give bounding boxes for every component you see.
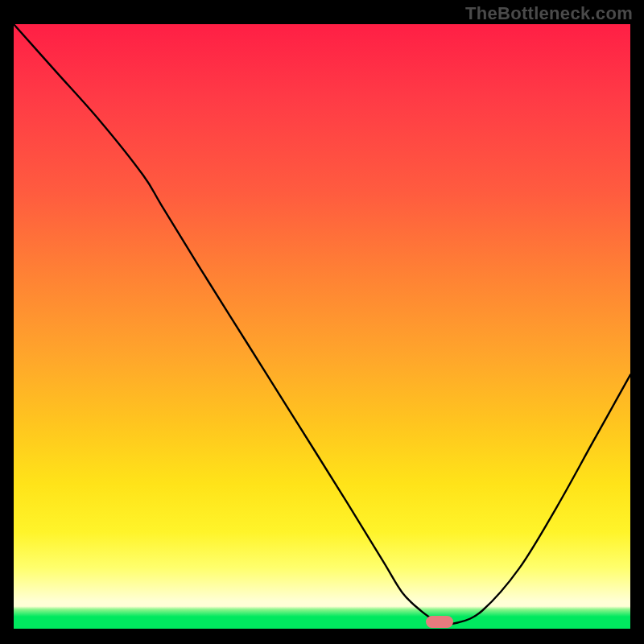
chart-container: TheBottleneck.com — [0, 0, 644, 644]
bottleneck-curve-path — [14, 24, 630, 624]
optimal-point-marker — [426, 616, 453, 628]
watermark-text: TheBottleneck.com — [465, 3, 633, 24]
plot-area — [14, 24, 630, 629]
curve-svg — [14, 24, 630, 629]
